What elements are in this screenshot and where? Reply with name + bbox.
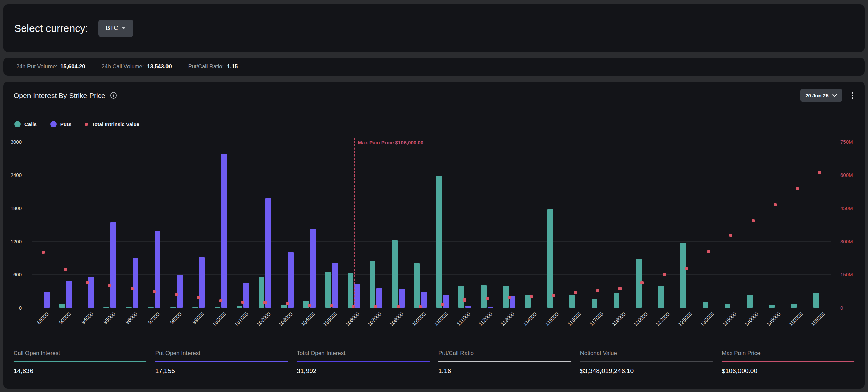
put-call-ratio-stat: Put/Call Ratio: 1.15 [188, 63, 238, 70]
total-intrinsic-value-dot[interactable] [175, 293, 178, 296]
total-intrinsic-value-dot[interactable] [796, 187, 799, 190]
tiv-swatch-icon [85, 123, 88, 126]
total-intrinsic-value-dot[interactable] [86, 281, 89, 284]
info-icon[interactable] [110, 92, 117, 99]
total-intrinsic-value-dot[interactable] [729, 234, 732, 237]
total-intrinsic-value-dot[interactable] [241, 301, 244, 304]
total-intrinsic-value-dot[interactable] [153, 290, 156, 293]
puts-bar[interactable] [44, 292, 50, 308]
calls-bar[interactable] [126, 307, 132, 308]
calls-bar[interactable] [725, 304, 730, 308]
calls-bar[interactable] [547, 209, 553, 308]
tiv-legend-label: Total Intrinsic Value [92, 121, 139, 127]
total-intrinsic-value-dot[interactable] [64, 268, 67, 271]
total-intrinsic-value-dot[interactable] [596, 289, 599, 292]
puts-bar[interactable] [199, 257, 205, 308]
calls-bar[interactable] [103, 307, 109, 308]
total-intrinsic-value-dot[interactable] [552, 294, 555, 297]
calls-bar[interactable] [348, 273, 353, 308]
total-intrinsic-value-dot[interactable] [397, 305, 400, 308]
total-intrinsic-value-dot[interactable] [131, 287, 134, 290]
calls-bar[interactable] [658, 286, 664, 308]
calls-bar[interactable] [569, 295, 575, 308]
puts-bar[interactable] [155, 231, 160, 308]
calls-bar[interactable] [237, 306, 242, 308]
total-intrinsic-value-dot[interactable] [818, 171, 821, 174]
total-intrinsic-value-dot[interactable] [618, 287, 622, 290]
puts-bar[interactable] [376, 288, 382, 308]
total-intrinsic-value-dot[interactable] [707, 250, 710, 253]
total-intrinsic-value-dot[interactable] [108, 284, 111, 287]
puts-bar[interactable] [265, 198, 271, 308]
total-intrinsic-value-dot[interactable] [263, 301, 267, 304]
card-accent-line [438, 361, 571, 362]
total-intrinsic-value-dot[interactable] [508, 296, 511, 299]
calls-bar[interactable] [592, 299, 597, 308]
total-intrinsic-value-dot[interactable] [530, 295, 533, 298]
total-intrinsic-value-dot[interactable] [441, 303, 444, 306]
calls-bar[interactable] [170, 307, 176, 308]
total-intrinsic-value-dot[interactable] [640, 281, 644, 284]
calls-bar[interactable] [680, 243, 686, 308]
calls-bar[interactable] [192, 307, 198, 308]
puts-bar[interactable] [243, 283, 249, 308]
total-intrinsic-value-dot[interactable] [685, 267, 688, 270]
calls-bar[interactable] [703, 302, 708, 308]
calls-bar[interactable] [769, 305, 775, 308]
total-intrinsic-value-dot[interactable] [308, 304, 311, 307]
more-options-menu[interactable] [849, 90, 856, 100]
calls-bar[interactable] [436, 176, 442, 308]
puts-bar[interactable] [110, 222, 116, 308]
total-intrinsic-value-dot[interactable] [752, 219, 755, 222]
calls-bar[interactable] [281, 305, 287, 308]
max-pain-annotation: Max Pain Price $106,000.00 [358, 140, 423, 145]
total-intrinsic-value-dot[interactable] [463, 298, 466, 302]
puts-bar[interactable] [465, 306, 471, 308]
calls-bar[interactable] [392, 240, 398, 308]
puts-bar[interactable] [488, 307, 493, 308]
calls-bar[interactable] [370, 261, 375, 308]
total-intrinsic-value-dot[interactable] [286, 302, 289, 305]
calls-bar[interactable] [458, 286, 464, 308]
calls-bar[interactable] [614, 293, 619, 308]
x-axis-tick-label: 125000 [677, 311, 693, 327]
calls-bar[interactable] [215, 307, 220, 308]
calls-bar[interactable] [481, 285, 487, 308]
calls-bar[interactable] [414, 263, 420, 308]
legend-item-calls[interactable]: Calls [14, 121, 37, 127]
total-intrinsic-value-dot[interactable] [42, 251, 45, 254]
expiry-date-dropdown[interactable]: 20 Jun 25 [800, 89, 842, 102]
puts-bar[interactable] [332, 263, 338, 308]
left-axis-tick-label: 0 [4, 305, 22, 311]
puts-bar[interactable] [221, 154, 227, 308]
total-intrinsic-value-dot[interactable] [574, 291, 577, 294]
currency-dropdown-button[interactable]: BTC [98, 20, 133, 37]
puts-bar[interactable] [177, 275, 183, 308]
total-intrinsic-value-dot[interactable] [419, 305, 422, 308]
puts-bar[interactable] [310, 229, 316, 308]
total-intrinsic-value-dot[interactable] [330, 304, 333, 307]
total-intrinsic-value-dot[interactable] [774, 203, 777, 206]
calls-bar[interactable] [326, 272, 331, 308]
card-label: Max Pain Price [722, 350, 854, 357]
legend-item-puts[interactable]: Puts [50, 121, 72, 127]
puts-bar[interactable] [354, 284, 360, 308]
legend-item-total-intrinsic-value[interactable]: Total Intrinsic Value [85, 121, 139, 127]
total-intrinsic-value-dot[interactable] [663, 273, 666, 276]
calls-bar[interactable] [813, 293, 819, 308]
puts-bar[interactable] [66, 281, 72, 308]
total-intrinsic-value-dot[interactable] [219, 299, 222, 302]
calls-bar[interactable] [59, 304, 65, 308]
total-intrinsic-value-dot[interactable] [374, 305, 377, 308]
select-currency-label: Select currency: [14, 23, 88, 34]
total-intrinsic-value-dot[interactable] [197, 296, 200, 299]
calls-bar[interactable] [791, 304, 797, 308]
puts-bar[interactable] [133, 258, 138, 308]
left-axis-tick-label: 2400 [4, 172, 22, 178]
puts-bar[interactable] [288, 252, 294, 308]
calls-bar[interactable] [747, 295, 753, 308]
put-call-ratio-label: Put/Call Ratio: [188, 63, 224, 70]
total-intrinsic-value-dot[interactable] [486, 297, 489, 300]
x-axis-tick-label: 100000 [211, 311, 227, 327]
calls-bar[interactable] [148, 307, 154, 308]
